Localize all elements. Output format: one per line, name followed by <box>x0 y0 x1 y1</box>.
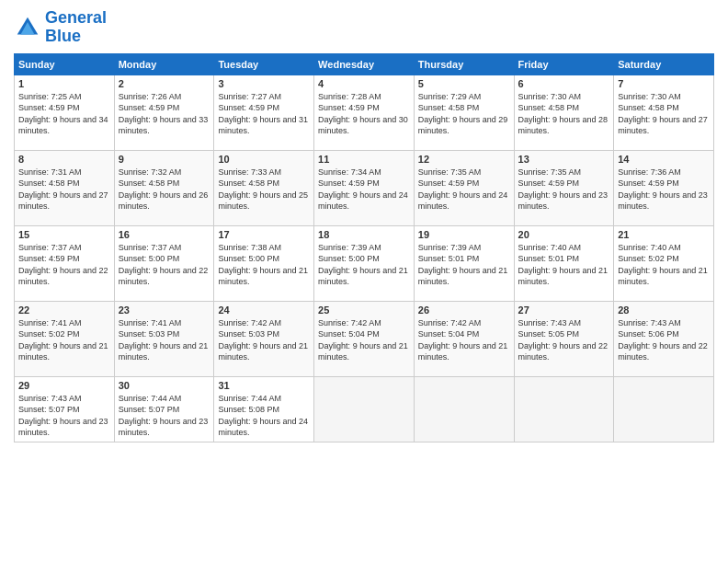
day-info: Sunrise: 7:38 AMSunset: 5:00 PMDaylight:… <box>218 242 310 288</box>
calendar-cell: 18Sunrise: 7:39 AMSunset: 5:00 PMDayligh… <box>314 225 415 301</box>
col-header-thursday: Thursday <box>414 53 514 75</box>
calendar-cell: 9Sunrise: 7:32 AMSunset: 4:58 PMDaylight… <box>114 150 214 225</box>
day-number: 4 <box>318 78 410 89</box>
day-number: 16 <box>119 229 210 240</box>
calendar-week-5: 29Sunrise: 7:43 AMSunset: 5:07 PMDayligh… <box>15 376 714 442</box>
calendar-cell <box>614 376 714 442</box>
day-number: 7 <box>618 78 710 89</box>
calendar-cell: 28Sunrise: 7:43 AMSunset: 5:06 PMDayligh… <box>614 301 714 376</box>
day-number: 30 <box>119 380 210 391</box>
day-info: Sunrise: 7:39 AMSunset: 5:01 PMDaylight:… <box>418 242 510 288</box>
day-info: Sunrise: 7:29 AMSunset: 4:58 PMDaylight:… <box>418 91 510 137</box>
day-info: Sunrise: 7:39 AMSunset: 5:00 PMDaylight:… <box>318 242 410 288</box>
day-info: Sunrise: 7:35 AMSunset: 4:59 PMDaylight:… <box>418 167 510 213</box>
col-header-sunday: Sunday <box>15 53 115 75</box>
day-info: Sunrise: 7:35 AMSunset: 4:59 PMDaylight:… <box>518 167 610 213</box>
day-number: 25 <box>318 304 410 316</box>
day-number: 13 <box>518 154 610 165</box>
day-number: 10 <box>218 154 310 165</box>
calendar-cell: 19Sunrise: 7:39 AMSunset: 5:01 PMDayligh… <box>414 225 514 301</box>
day-info: Sunrise: 7:36 AMSunset: 4:59 PMDaylight:… <box>618 167 710 213</box>
day-number: 22 <box>18 304 110 316</box>
day-info: Sunrise: 7:43 AMSunset: 5:05 PMDaylight:… <box>518 317 610 363</box>
day-number: 2 <box>119 78 210 89</box>
day-number: 20 <box>518 229 610 240</box>
calendar-cell <box>314 376 415 442</box>
col-header-wednesday: Wednesday <box>314 53 415 75</box>
day-info: Sunrise: 7:43 AMSunset: 5:07 PMDaylight:… <box>18 393 110 439</box>
day-number: 19 <box>418 229 510 240</box>
calendar-week-3: 15Sunrise: 7:37 AMSunset: 4:59 PMDayligh… <box>15 225 714 301</box>
calendar-cell: 4Sunrise: 7:28 AMSunset: 4:59 PMDaylight… <box>314 75 415 150</box>
calendar-cell: 24Sunrise: 7:42 AMSunset: 5:03 PMDayligh… <box>214 301 314 376</box>
day-info: Sunrise: 7:44 AMSunset: 5:08 PMDaylight:… <box>218 393 310 439</box>
day-info: Sunrise: 7:44 AMSunset: 5:07 PMDaylight:… <box>119 393 210 439</box>
calendar-cell: 14Sunrise: 7:36 AMSunset: 4:59 PMDayligh… <box>614 150 714 225</box>
day-number: 31 <box>218 380 310 391</box>
day-info: Sunrise: 7:42 AMSunset: 5:04 PMDaylight:… <box>318 317 410 363</box>
day-info: Sunrise: 7:40 AMSunset: 5:02 PMDaylight:… <box>618 242 710 288</box>
day-number: 18 <box>318 229 410 240</box>
day-info: Sunrise: 7:33 AMSunset: 4:58 PMDaylight:… <box>218 167 310 213</box>
calendar-cell: 25Sunrise: 7:42 AMSunset: 5:04 PMDayligh… <box>314 301 415 376</box>
day-number: 8 <box>18 154 110 165</box>
calendar-week-1: 1Sunrise: 7:25 AMSunset: 4:59 PMDaylight… <box>15 75 714 150</box>
day-number: 3 <box>218 78 310 89</box>
calendar-cell: 11Sunrise: 7:34 AMSunset: 4:59 PMDayligh… <box>314 150 415 225</box>
day-info: Sunrise: 7:41 AMSunset: 5:02 PMDaylight:… <box>18 317 110 363</box>
day-number: 15 <box>18 229 110 240</box>
calendar-cell: 23Sunrise: 7:41 AMSunset: 5:03 PMDayligh… <box>114 301 214 376</box>
day-number: 29 <box>18 380 110 391</box>
calendar-cell: 5Sunrise: 7:29 AMSunset: 4:58 PMDaylight… <box>414 75 514 150</box>
calendar-cell: 21Sunrise: 7:40 AMSunset: 5:02 PMDayligh… <box>614 225 714 301</box>
logo-icon <box>14 14 41 41</box>
day-info: Sunrise: 7:37 AMSunset: 4:59 PMDaylight:… <box>18 242 110 288</box>
calendar-cell: 27Sunrise: 7:43 AMSunset: 5:05 PMDayligh… <box>514 301 614 376</box>
day-number: 12 <box>418 154 510 165</box>
calendar-cell: 7Sunrise: 7:30 AMSunset: 4:58 PMDaylight… <box>614 75 714 150</box>
col-header-tuesday: Tuesday <box>214 53 314 75</box>
calendar-cell: 8Sunrise: 7:31 AMSunset: 4:58 PMDaylight… <box>15 150 115 225</box>
day-info: Sunrise: 7:40 AMSunset: 5:01 PMDaylight:… <box>518 242 610 288</box>
calendar-cell: 30Sunrise: 7:44 AMSunset: 5:07 PMDayligh… <box>114 376 214 442</box>
col-header-monday: Monday <box>114 53 214 75</box>
calendar-cell <box>514 376 614 442</box>
page: General Blue SundayMondayTuesdayWednesda… <box>0 0 728 563</box>
col-header-saturday: Saturday <box>614 53 714 75</box>
day-number: 21 <box>618 229 710 240</box>
day-number: 28 <box>618 304 710 316</box>
day-info: Sunrise: 7:43 AMSunset: 5:06 PMDaylight:… <box>618 317 710 363</box>
day-info: Sunrise: 7:42 AMSunset: 5:04 PMDaylight:… <box>418 317 510 363</box>
day-number: 9 <box>119 154 210 165</box>
day-info: Sunrise: 7:42 AMSunset: 5:03 PMDaylight:… <box>218 317 310 363</box>
day-number: 24 <box>218 304 310 316</box>
calendar-cell: 22Sunrise: 7:41 AMSunset: 5:02 PMDayligh… <box>15 301 115 376</box>
logo: General Blue <box>14 9 107 46</box>
calendar-cell: 31Sunrise: 7:44 AMSunset: 5:08 PMDayligh… <box>214 376 314 442</box>
calendar-cell: 29Sunrise: 7:43 AMSunset: 5:07 PMDayligh… <box>15 376 115 442</box>
day-number: 11 <box>318 154 410 165</box>
calendar-cell: 12Sunrise: 7:35 AMSunset: 4:59 PMDayligh… <box>414 150 514 225</box>
header: General Blue <box>14 9 714 46</box>
day-info: Sunrise: 7:31 AMSunset: 4:58 PMDaylight:… <box>18 167 110 213</box>
day-number: 5 <box>418 78 510 89</box>
day-number: 23 <box>119 304 210 316</box>
day-info: Sunrise: 7:37 AMSunset: 5:00 PMDaylight:… <box>119 242 210 288</box>
calendar-cell <box>414 376 514 442</box>
day-info: Sunrise: 7:26 AMSunset: 4:59 PMDaylight:… <box>119 91 210 137</box>
calendar-week-2: 8Sunrise: 7:31 AMSunset: 4:58 PMDaylight… <box>15 150 714 225</box>
calendar-cell: 6Sunrise: 7:30 AMSunset: 4:58 PMDaylight… <box>514 75 614 150</box>
day-info: Sunrise: 7:41 AMSunset: 5:03 PMDaylight:… <box>119 317 210 363</box>
calendar-cell: 1Sunrise: 7:25 AMSunset: 4:59 PMDaylight… <box>15 75 115 150</box>
day-info: Sunrise: 7:34 AMSunset: 4:59 PMDaylight:… <box>318 167 410 213</box>
calendar-cell: 15Sunrise: 7:37 AMSunset: 4:59 PMDayligh… <box>15 225 115 301</box>
day-number: 1 <box>18 78 110 89</box>
day-number: 17 <box>218 229 310 240</box>
day-info: Sunrise: 7:28 AMSunset: 4:59 PMDaylight:… <box>318 91 410 137</box>
day-info: Sunrise: 7:30 AMSunset: 4:58 PMDaylight:… <box>618 91 710 137</box>
calendar-cell: 13Sunrise: 7:35 AMSunset: 4:59 PMDayligh… <box>514 150 614 225</box>
col-header-friday: Friday <box>514 53 614 75</box>
calendar-header-row: SundayMondayTuesdayWednesdayThursdayFrid… <box>15 53 714 75</box>
calendar-cell: 17Sunrise: 7:38 AMSunset: 5:00 PMDayligh… <box>214 225 314 301</box>
calendar-table: SundayMondayTuesdayWednesdayThursdayFrid… <box>14 53 714 442</box>
